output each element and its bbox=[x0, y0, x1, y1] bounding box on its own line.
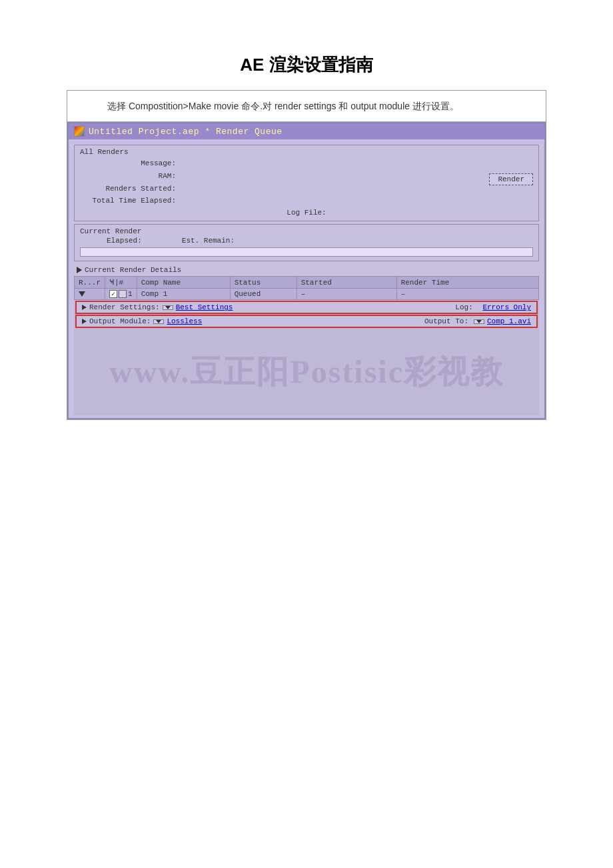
col-header-rendertime: Render Time bbox=[396, 277, 538, 289]
render-settings-triangle-icon bbox=[82, 305, 87, 310]
row-color-box bbox=[119, 290, 127, 298]
render-settings-dropdown[interactable] bbox=[163, 305, 173, 310]
render-button-area: Render bbox=[489, 172, 533, 185]
watermark-area: www.豆正阳Postisic彩视教 bbox=[74, 329, 539, 415]
renders-started-value bbox=[180, 183, 533, 195]
row-rendertime: – bbox=[396, 289, 538, 300]
message-value bbox=[180, 157, 533, 170]
table-header-row: R...r Ҹ|# Comp Name Status Started Rende… bbox=[75, 277, 539, 289]
log-label: Log: bbox=[455, 303, 472, 311]
watermark-text: www.豆正阳Postisic彩视教 bbox=[109, 351, 504, 393]
col-header-compname: Comp Name bbox=[137, 277, 230, 289]
all-renders-label: All Renders bbox=[80, 148, 533, 156]
row-checkbox[interactable]: ✓ bbox=[109, 290, 117, 298]
sub-rows-container: Render Settings: Best Settings Log: Erro… bbox=[74, 301, 539, 415]
output-module-dropdown[interactable] bbox=[153, 319, 164, 324]
current-render-details-label: Current Render Details bbox=[85, 266, 181, 274]
render-settings-value[interactable]: Best Settings bbox=[176, 303, 233, 311]
current-render-details-toggle[interactable]: Current Render Details bbox=[74, 264, 539, 276]
output-to-label: Output To: bbox=[424, 317, 468, 325]
page-title: AE 渲染设置指南 bbox=[240, 53, 372, 77]
elapsed-label: Elapsed: bbox=[107, 237, 142, 245]
render-button[interactable]: Render bbox=[489, 173, 533, 185]
render-settings-dropdown-arrow-icon bbox=[165, 306, 171, 309]
message-label: Message: bbox=[80, 157, 180, 170]
row-started: – bbox=[297, 289, 396, 300]
table-row: ✓ 1 Comp 1 Queued – – bbox=[75, 289, 539, 300]
renders-started-label: Renders Started: bbox=[80, 183, 180, 195]
render-settings-row: Render Settings: Best Settings Log: Erro… bbox=[75, 301, 538, 314]
progress-bar bbox=[80, 247, 533, 257]
ae-content-area: All Renders Message: RAM: Renders Starte… bbox=[69, 139, 544, 418]
output-to-value[interactable]: Comp 1.avi bbox=[487, 317, 531, 325]
ae-window-title: Untitled Project.aep * Render Queue bbox=[89, 127, 283, 137]
log-value[interactable]: Errors Only bbox=[482, 303, 531, 311]
instruction-text: 选择 Compostition>Make movie 命令.对 render s… bbox=[67, 91, 546, 122]
est-remain-label: Est. Remain: bbox=[182, 237, 235, 245]
output-module-label: Output Module: bbox=[89, 317, 151, 325]
row-number: 1 bbox=[128, 290, 133, 298]
ram-label: RAM: bbox=[80, 170, 180, 183]
output-to-dropdown-arrow-icon bbox=[476, 320, 482, 323]
output-module-row: Output Module: Lossless Output To: Comp … bbox=[75, 315, 538, 328]
main-content-box: 选择 Compostition>Make movie 命令.对 render s… bbox=[67, 90, 546, 420]
output-module-triangle-icon bbox=[82, 319, 87, 324]
row-checkbox-cell: ✓ 1 bbox=[105, 289, 137, 300]
ae-render-queue-window: Untitled Project.aep * Render Queue All … bbox=[67, 122, 546, 419]
total-time-label: Total Time Elapsed: bbox=[80, 195, 180, 207]
row-status: Queued bbox=[230, 289, 297, 300]
current-render-header: Elapsed: Est. Remain: bbox=[80, 237, 533, 245]
ae-titlebar: Untitled Project.aep * Render Queue bbox=[69, 123, 544, 139]
output-to-dropdown[interactable] bbox=[474, 319, 484, 324]
output-module-value[interactable]: Lossless bbox=[167, 317, 202, 325]
log-file-label: Log File: bbox=[287, 209, 326, 217]
current-render-label: Current Render bbox=[80, 227, 533, 235]
all-renders-grid: Message: RAM: Renders Started: Total Tim… bbox=[80, 157, 533, 207]
details-triangle-icon bbox=[77, 267, 82, 273]
col-header-started: Started bbox=[297, 277, 396, 289]
col-header-render: R...r bbox=[75, 277, 105, 289]
render-settings-label: Render Settings: bbox=[89, 303, 160, 311]
current-render-section: Current Render Elapsed: Est. Remain: bbox=[74, 224, 539, 261]
ram-value bbox=[180, 170, 533, 183]
output-module-dropdown-arrow-icon bbox=[156, 320, 161, 323]
expand-arrow-icon bbox=[79, 291, 85, 297]
total-time-value bbox=[180, 195, 533, 207]
row-expand-cell[interactable] bbox=[75, 289, 105, 300]
log-file-row: Log File: bbox=[80, 207, 533, 218]
all-renders-section: All Renders Message: RAM: Renders Starte… bbox=[74, 145, 539, 221]
col-header-num: Ҹ|# bbox=[105, 277, 137, 289]
col-header-status: Status bbox=[230, 277, 297, 289]
row-compname: Comp 1 bbox=[137, 289, 230, 300]
ae-app-icon bbox=[74, 126, 85, 137]
queue-table: R...r Ҹ|# Comp Name Status Started Rende… bbox=[74, 276, 539, 300]
